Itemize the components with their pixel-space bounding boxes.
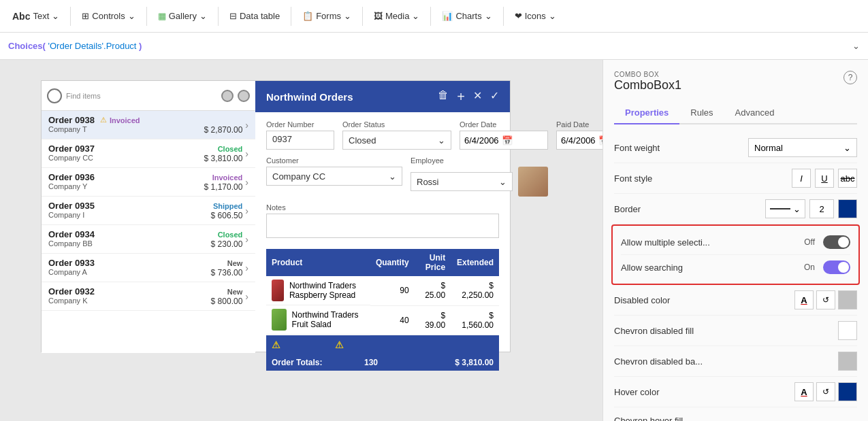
- text-chevron-icon: ⌄: [52, 11, 59, 21]
- customer-select[interactable]: Company CC ⌄: [266, 167, 402, 186]
- formula-content[interactable]: Choices( 'Order Details'.Product ): [8, 41, 847, 51]
- toolbar-datatable[interactable]: ⊟ Data table: [223, 7, 287, 25]
- underline-button[interactable]: U: [815, 169, 834, 188]
- toolbar-controls-label: Controls: [92, 11, 125, 21]
- strikethrough-button[interactable]: abc: [838, 169, 857, 188]
- allow-searching-toggle[interactable]: [823, 260, 850, 274]
- employee-photo: [518, 167, 548, 197]
- order-amount-0937: $ 3,810.00: [204, 154, 243, 163]
- order-company-0936: Company Y: [48, 182, 87, 192]
- toolbar-forms[interactable]: 📋 Forms ⌄: [295, 7, 358, 25]
- paid-date-input[interactable]: 6/4/2006 📅: [556, 131, 602, 150]
- close-icon[interactable]: ✕: [473, 89, 482, 105]
- order-item-0932[interactable]: Order 0932 New Company K $ 800.00 ›: [42, 282, 255, 311]
- order-status-0938: Invoiced: [110, 116, 140, 124]
- chevron-disabled-ba-swatch[interactable]: [838, 352, 857, 371]
- order-item-0938[interactable]: Order 0938 ⚠ Invoiced Company T $ 2,870.…: [42, 111, 255, 139]
- chevron-hover-fill-row: Chevron hover fill: [614, 407, 857, 421]
- border-line-icon: [770, 208, 790, 209]
- order-status-0933: New: [227, 259, 243, 267]
- italic-button[interactable]: I: [792, 169, 811, 188]
- formula-choices-keyword: Choices(: [8, 41, 46, 51]
- form-row-2: Customer Company CC ⌄ Employee Rossi: [266, 156, 499, 197]
- allow-multiple-label: Allow multiple selecti...: [621, 237, 710, 248]
- check-icon[interactable]: ✓: [490, 89, 499, 105]
- border-style-control[interactable]: ⌄: [765, 199, 805, 218]
- disabled-color-arrow-btn[interactable]: ↺: [816, 290, 835, 309]
- order-number-input[interactable]: 0937: [266, 131, 334, 150]
- detail-header: Northwind Orders 🗑 + ✕ ✓: [255, 81, 510, 112]
- border-row: Border ⌄ 2: [614, 194, 857, 224]
- add-icon[interactable]: +: [457, 89, 465, 105]
- chevron-icon-0932: ›: [245, 291, 248, 302]
- help-icon[interactable]: ?: [843, 71, 857, 84]
- order-item-0935[interactable]: Order 0935 Shipped Company I $ 606.50 ›: [42, 197, 255, 225]
- paid-date-field: Paid Date 6/4/2006 📅: [556, 120, 602, 150]
- right-panel-header: COMBO BOX ComboBox1 ?: [603, 60, 868, 102]
- font-style-buttons: I U abc: [792, 169, 857, 188]
- font-style-row: Font style I U abc: [614, 163, 857, 194]
- tab-advanced[interactable]: Advanced: [724, 102, 786, 124]
- charts-chevron-icon: ⌄: [485, 11, 492, 21]
- chevron-disabled-fill-swatch[interactable]: [838, 321, 857, 340]
- allow-multiple-toggle[interactable]: [823, 235, 850, 249]
- toolbar-charts[interactable]: 📊 Charts ⌄: [435, 7, 498, 25]
- divider-5: [362, 7, 363, 26]
- order-number-0932: Order 0932: [48, 286, 95, 297]
- border-width-input[interactable]: 2: [809, 199, 834, 218]
- divider-3: [218, 7, 219, 26]
- order-item-0936[interactable]: Order 0936 Invoiced Company Y $ 1,170.00…: [42, 168, 255, 197]
- employee-select[interactable]: Rossi ⌄: [411, 172, 513, 191]
- order-date-field: Order Date 6/4/2006 📅: [460, 120, 548, 150]
- order-info-0934: Order 0934 Closed Company BB $ 230.00: [48, 229, 242, 249]
- order-date-input[interactable]: 6/4/2006 📅: [460, 131, 548, 150]
- tab-properties[interactable]: Properties: [614, 102, 679, 124]
- border-color-swatch[interactable]: [838, 199, 857, 218]
- chevron-icon-0938: ›: [245, 120, 248, 131]
- hover-color-label: Hover color: [614, 387, 659, 397]
- controls-icon: ⊞: [82, 11, 89, 21]
- font-weight-chevron-icon: ⌄: [843, 143, 851, 153]
- disabled-color-swatch[interactable]: [838, 290, 857, 309]
- order-company-0935: Company I: [48, 211, 84, 220]
- chevron-icon-0934: ›: [245, 234, 248, 245]
- order-number-0933: Order 0933: [48, 258, 95, 268]
- totals-row: Order Totals: 130 $ 3,810.00: [266, 354, 499, 371]
- disabled-color-text-btn[interactable]: A: [794, 290, 814, 309]
- notes-input[interactable]: [266, 214, 499, 238]
- hover-color-arrow-btn[interactable]: ↺: [816, 382, 835, 401]
- order-status-select[interactable]: Closed ⌄: [342, 131, 451, 150]
- delete-icon[interactable]: 🗑: [438, 89, 449, 105]
- tab-rules[interactable]: Rules: [679, 102, 724, 124]
- order-item-0934[interactable]: Order 0934 Closed Company BB $ 230.00 ›: [42, 225, 255, 254]
- order-amount-0934: $ 230.00: [211, 239, 243, 249]
- notes-field: Notes: [266, 203, 499, 243]
- order-date-label: Order Date: [460, 120, 548, 129]
- divider-1: [70, 7, 71, 26]
- border-style-chevron-icon: ⌄: [793, 204, 801, 214]
- order-item-0937[interactable]: Order 0937 Closed Company CC $ 3,810.00 …: [42, 139, 255, 168]
- chevron-icon-0935: ›: [245, 205, 248, 216]
- order-status-0937: Closed: [218, 145, 243, 153]
- hover-color-text-btn[interactable]: A: [794, 382, 814, 401]
- product-name-1: Northwind Traders Fruit Salad: [292, 310, 365, 329]
- product-img-1: [272, 309, 287, 331]
- calendar-icon: 📅: [502, 135, 513, 146]
- formula-expand-icon[interactable]: ⌄: [852, 41, 860, 51]
- order-number-0937: Order 0937: [48, 144, 95, 154]
- chevron-icon-0936: ›: [245, 177, 248, 188]
- order-item-0933[interactable]: Order 0933 New Company A $ 736.00 ›: [42, 254, 255, 282]
- hover-color-row: Hover color A ↺: [614, 377, 857, 407]
- toolbar-gallery[interactable]: ▦ Gallery ⌄: [151, 7, 214, 25]
- order-number-0936: Order 0936: [48, 172, 95, 182]
- toolbar-text[interactable]: Abc Text ⌄: [5, 7, 66, 26]
- toolbar-media[interactable]: 🖼 Media ⌄: [367, 7, 426, 25]
- hover-color-swatch[interactable]: [838, 382, 857, 401]
- toolbar-icons[interactable]: ❤ Icons ⌄: [508, 7, 563, 25]
- order-amount-0932: $ 800.00: [211, 297, 243, 306]
- toolbar-controls[interactable]: ⊞ Controls ⌄: [75, 7, 142, 25]
- font-weight-dropdown[interactable]: Normal ⌄: [748, 138, 857, 157]
- orders-search-header: Find items: [42, 81, 255, 111]
- icons-chevron-icon: ⌄: [549, 11, 556, 21]
- font-weight-selected: Normal: [754, 143, 783, 153]
